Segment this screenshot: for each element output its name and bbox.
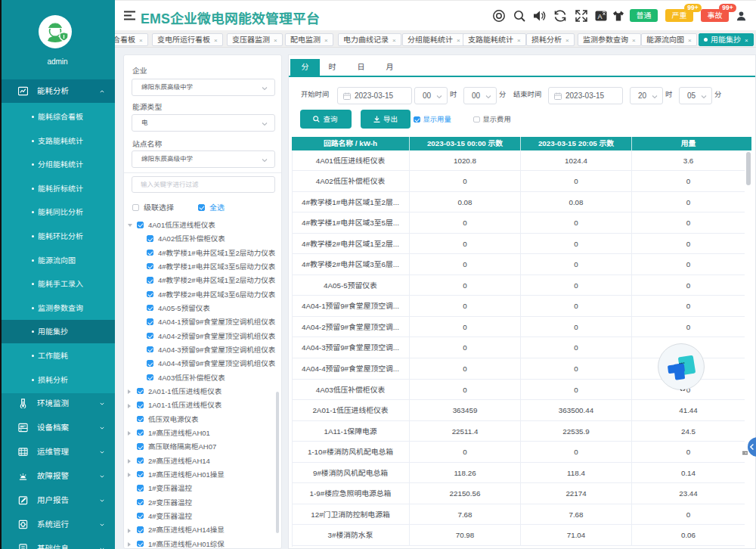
svg-text:A: A	[598, 13, 603, 20]
